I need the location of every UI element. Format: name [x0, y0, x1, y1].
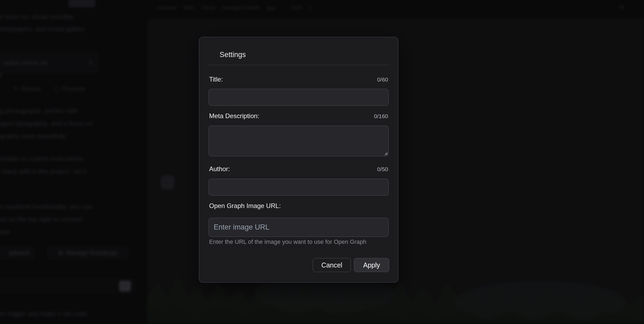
apply-button[interactable]: Apply — [354, 258, 389, 272]
settings-modal: Settings Title: 0/60 Meta Description: 0… — [199, 37, 398, 283]
meta-description-label: Meta Description: — [209, 112, 259, 120]
title-label: Title: — [209, 76, 223, 83]
author-input[interactable] — [209, 179, 389, 196]
og-image-url-label: Open Graph Image URL: — [209, 202, 281, 210]
divider — [209, 65, 389, 65]
author-counter: 0/50 — [377, 166, 388, 172]
meta-description-textarea[interactable] — [209, 126, 389, 156]
title-input[interactable] — [209, 89, 389, 106]
og-image-url-helper-text: Enter the URL of the image you want to u… — [209, 238, 366, 245]
app-root: preview skills visual manage brands app … — [0, 0, 644, 324]
author-label: Author: — [209, 165, 230, 173]
cancel-button[interactable]: Cancel — [313, 258, 351, 272]
title-counter: 0/60 — [377, 76, 388, 83]
meta-description-counter: 0/160 — [374, 113, 388, 119]
modal-title: Settings — [220, 51, 246, 59]
og-image-url-input[interactable] — [209, 218, 389, 237]
